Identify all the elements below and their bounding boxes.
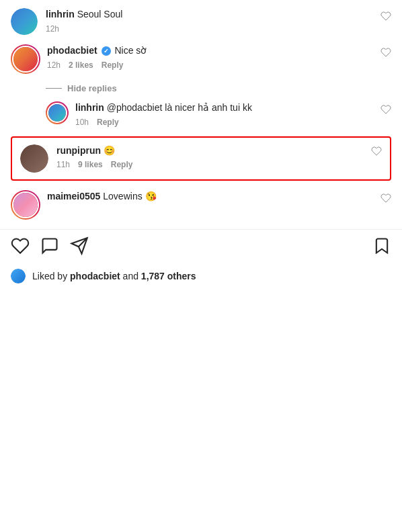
comment-text: phodacbiet Nice sờ (47, 45, 147, 56)
comment-meta: 12h (46, 24, 391, 34)
reply-avatar-inner (47, 103, 67, 123)
highlighted-comment: runpiprun 😊 11h 9 likes Reply (11, 136, 391, 181)
comments-section: linhrin Seoul Soul 12h phodacbiet Nice s… (0, 0, 402, 220)
like-button[interactable] (380, 193, 391, 206)
comment-meta: 10h Reply (75, 118, 391, 127)
comment-emoji: 😊 (104, 145, 115, 156)
avatar-gradient (11, 44, 40, 74)
reply-button[interactable]: Reply (111, 160, 133, 169)
comment-text: runpiprun 😊 (56, 145, 115, 156)
liked-by-avatar (11, 269, 26, 283)
liked-by-others: 1,787 others (141, 271, 196, 281)
verified-badge (102, 46, 111, 56)
avatar-inner (12, 46, 39, 73)
highlighted-inner: runpiprun 😊 11h 9 likes Reply (20, 144, 382, 173)
avatar (20, 144, 48, 173)
liked-by-row: Liked by phodacbiet and 1,787 others (0, 265, 402, 292)
comment-item: phodacbiet Nice sờ 12h 2 likes Reply (11, 44, 391, 74)
comment-username: linhrin (46, 9, 75, 19)
like-action-button[interactable] (11, 236, 30, 258)
comment-text: maimei0505 Lovewins 😘 (47, 191, 157, 202)
liked-by-username[interactable]: phodacbiet (70, 271, 120, 281)
comment-username: phodacbiet (47, 45, 97, 56)
reply-button[interactable]: Reply (97, 118, 119, 127)
meta-time: 12h (46, 24, 59, 34)
hide-replies-line (46, 88, 62, 89)
like-button[interactable] (371, 146, 382, 159)
comment-body: runpiprun 😊 11h 9 likes Reply (56, 144, 382, 170)
like-button[interactable] (380, 11, 391, 24)
like-button[interactable] (380, 47, 391, 60)
hide-replies-button[interactable]: Hide replies (67, 83, 117, 93)
comment-username: runpiprun (56, 145, 101, 156)
reply-comment: linhrin @phodacbiet là nicer hả anh tui … (46, 101, 391, 127)
meta-likes: 2 likes (69, 60, 93, 70)
share-action-button[interactable] (70, 236, 89, 258)
comment-username: linhrin (75, 102, 104, 113)
meta-time: 12h (47, 60, 61, 70)
comment-item: linhrin Seoul Soul 12h (11, 8, 391, 35)
comment-meta: 11h 9 likes Reply (56, 160, 382, 169)
reply-avatar (46, 101, 69, 124)
meta-likes: 9 likes (78, 160, 103, 169)
comment-text: linhrin @phodacbiet là nicer hả anh tui … (75, 102, 252, 113)
comment-body: linhrin @phodacbiet là nicer hả anh tui … (75, 101, 391, 127)
avatar-inner (12, 191, 39, 218)
action-icons (11, 236, 391, 258)
liked-by-text: Liked by phodacbiet and 1,787 others (32, 271, 196, 281)
action-bar (0, 229, 402, 265)
comment-meta: 12h 2 likes Reply (47, 60, 391, 70)
reply-button[interactable]: Reply (102, 60, 124, 70)
meta-time: 10h (75, 118, 89, 127)
comment-item: maimei0505 Lovewins 😘 (11, 190, 391, 220)
comment-body: maimei0505 Lovewins 😘 (47, 190, 391, 204)
comment-body: phodacbiet Nice sờ 12h 2 likes Reply (47, 44, 391, 70)
avatar-gradient (11, 190, 40, 220)
like-button[interactable] (380, 104, 391, 118)
bookmark-action-button[interactable] (372, 236, 391, 258)
meta-time: 11h (56, 160, 70, 169)
comment-username: maimei0505 (47, 191, 100, 202)
comment-action-button[interactable] (40, 236, 59, 258)
maimei-text: Lovewins 😘 (103, 191, 156, 202)
comment-text: linhrin Seoul Soul (46, 9, 122, 19)
comment-body: linhrin Seoul Soul 12h (46, 8, 391, 34)
hide-replies-row: Hide replies (46, 83, 391, 93)
avatar (11, 8, 38, 35)
